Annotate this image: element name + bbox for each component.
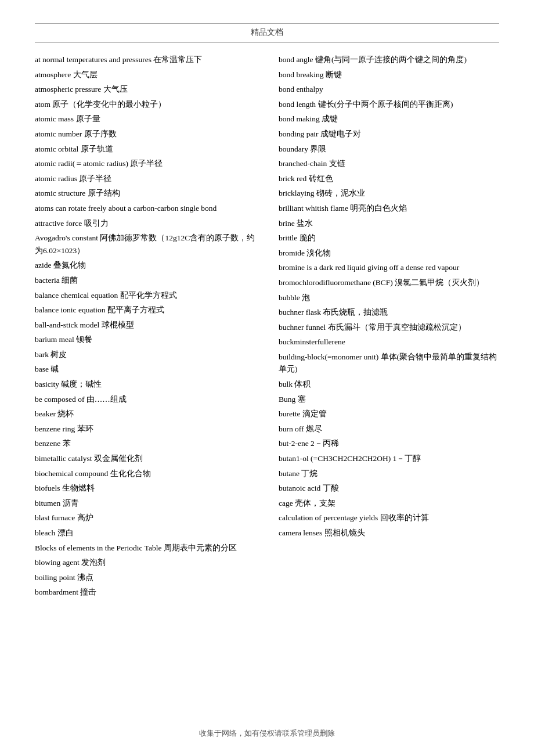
left-column: at normal temperatures and pressures 在常温… [35, 53, 267, 601]
list-item: basicity 碱度；碱性 [35, 378, 255, 391]
entry-zh: 壳体，支架 [295, 499, 335, 507]
list-item: atmospheric pressure 大气压 [35, 83, 255, 96]
entry-en: bond length [279, 100, 316, 109]
entry-zh: 撞击 [80, 588, 96, 596]
entry-en: atomic mass [35, 114, 74, 123]
entry-zh: 大气层 [73, 70, 98, 79]
entry-zh: 叠氮化物 [53, 261, 86, 269]
entry-en: at normal temperatures and pressures [35, 55, 151, 64]
list-item: attractive force 吸引力 [35, 217, 255, 230]
entry-en: bricklaying [279, 189, 314, 197]
list-item: butane 丁烷 [279, 467, 499, 480]
entry-zh: 泡 [302, 293, 310, 302]
entry-zh: 原子半径 [79, 174, 111, 183]
list-item: burette 滴定管 [279, 408, 499, 420]
list-item: bimetallic catalyst 双金属催化剂 [35, 452, 255, 465]
list-item: bricklaying 砌砖，泥水业 [279, 187, 499, 200]
entry-zh: 生化化合物 [110, 469, 151, 478]
entry-en: building-block(=monomer unit) [279, 352, 378, 361]
entry-en: bond breaking [279, 70, 324, 79]
entry-zh: 明亮的白色火焰 [350, 204, 407, 213]
list-item: atom 原子（化学变化中的最小粒子） [35, 98, 255, 111]
list-item: boiling point 沸点 [35, 571, 255, 584]
entry-en: beaker [35, 409, 56, 418]
entry-en: biofuels [35, 484, 60, 492]
list-item: building-block(=monomer unit) 单体(聚合物中最简单… [279, 351, 499, 376]
entry-en: buchner funnel [279, 323, 326, 332]
entry-en: brick red [279, 174, 306, 183]
entry-zh: 照相机镜头 [324, 528, 365, 537]
entry-zh: 烧杯 [57, 409, 74, 418]
list-item: butan1-ol (=CH3CH2CH2CH2OH) 1－丁醇 [279, 452, 499, 465]
entry-en: Bung [279, 395, 295, 404]
entry-zh: 体积 [294, 380, 311, 388]
entry-en: bacteria [35, 276, 60, 285]
entry-zh: 支链 [329, 159, 345, 168]
list-item: calculation of percentage yields 回收率的计算 [279, 512, 499, 524]
list-item: bond length 键长(分子中两个原子核间的平衡距离) [279, 98, 499, 111]
entry-zh: 苯 [63, 439, 71, 448]
list-item: biofuels 生物燃料 [35, 482, 255, 495]
entry-en: buckminsterfullerene [279, 337, 345, 346]
entry-en: atomic radii(＝atomic radius) [35, 159, 128, 168]
list-item: bond breaking 断键 [279, 69, 499, 81]
header-title: 精品文档 [35, 27, 499, 43]
entry-zh: 键长(分子中两个原子核间的平衡距离) [318, 100, 453, 109]
entry-en: benzene ring [35, 424, 75, 433]
list-item: Blocks of elements in the Periodic Table… [35, 542, 255, 555]
entry-en: atomic number [35, 129, 82, 138]
entry-en: bromochlorodifluoromethane (BCF) [279, 278, 393, 287]
entry-en: bulk [279, 380, 293, 388]
entry-en: branched-chain [279, 159, 327, 168]
entry-zh: 大气压 [103, 85, 128, 93]
entry-en: bond angle [279, 55, 313, 64]
entry-en: bimetallic catalyst [35, 454, 92, 463]
list-item: bond making 成键 [279, 113, 499, 125]
content-area: at normal temperatures and pressures 在常温… [35, 53, 499, 601]
page: 精品文档 at normal temperatures and pressure… [0, 0, 534, 756]
entry-zh: 苯环 [77, 424, 93, 433]
list-item: boundary 界限 [279, 143, 499, 156]
entry-zh: 配平化学方程式 [120, 291, 177, 300]
entry-zh: 塞 [298, 395, 306, 404]
entry-zh: 砖红色 [309, 174, 333, 183]
entry-zh: 成键 [322, 114, 338, 123]
entry-zh: 吸引力 [84, 219, 109, 228]
list-item: Bung 塞 [279, 393, 499, 406]
list-item: ball-and-stick model 球棍模型 [35, 319, 255, 332]
entry-en: brittle [279, 233, 297, 242]
entry-en: basicity [35, 380, 59, 388]
entry-en: calculation of percentage yields [279, 513, 378, 522]
list-item: atomic structure 原子结构 [35, 187, 255, 200]
list-item: atomic radii(＝atomic radius) 原子半径 [35, 157, 255, 170]
list-item: beaker 烧杯 [35, 408, 255, 420]
list-item: biochemical compound 生化化合物 [35, 467, 255, 480]
entry-en: balance ionic equation [35, 305, 105, 314]
list-item: at normal temperatures and pressures 在常温… [35, 53, 255, 66]
entry-zh: 树皮 [50, 350, 67, 359]
list-item: atomic radius 原子半径 [35, 172, 255, 185]
entry-zh: 周期表中元素的分区 [164, 543, 237, 552]
list-item: barium meal 钡餐 [35, 333, 255, 346]
entry-en: azide [35, 261, 51, 269]
entry-en: bleach [35, 528, 55, 537]
entry-zh: 回收率的计算 [380, 513, 429, 522]
entry-en: atmospheric pressure [35, 85, 101, 93]
entry-en: atoms can rotate freely about a carbon-c… [35, 204, 217, 213]
entry-zh: 燃尽 [306, 424, 322, 433]
list-item: atomic number 原子序数 [35, 128, 255, 141]
entry-zh: 溴化物 [306, 249, 331, 257]
entry-zh: 由……组成 [86, 395, 127, 404]
list-item: branched-chain 支链 [279, 157, 499, 170]
entry-zh: 高炉 [77, 513, 93, 522]
footer-text: 收集于网络，如有侵权请联系管理员删除 [0, 728, 534, 739]
entry-zh: 沸点 [77, 573, 93, 582]
list-item: azide 叠氮化物 [35, 259, 255, 272]
entry-en: Blocks of elements in the Periodic Table [35, 543, 162, 552]
list-item: bulk 体积 [279, 378, 499, 391]
entry-en: be composed of [35, 395, 84, 404]
list-item: balance chemical equation 配平化学方程式 [35, 289, 255, 302]
list-item: buckminsterfullerene [279, 336, 499, 348]
list-item: bromide 溴化物 [279, 247, 499, 260]
entry-zh: 沥青 [63, 499, 79, 507]
